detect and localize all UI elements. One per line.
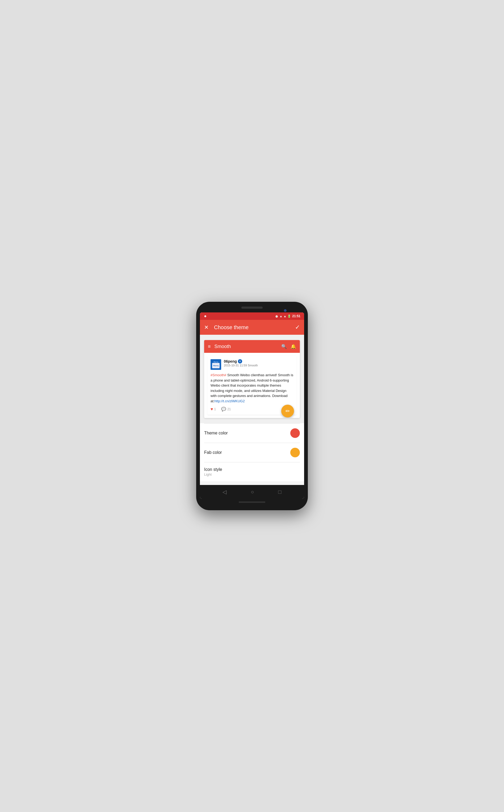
phone-speaker bbox=[241, 307, 263, 309]
bottom-nav: ◁ ○ □ bbox=[200, 485, 304, 499]
likes-action[interactable]: 1 bbox=[211, 407, 216, 412]
verified-badge: V bbox=[238, 359, 242, 363]
post-header: 06peng 06peng 06peng V 2015-10- bbox=[211, 359, 293, 370]
preview-menu-icon: ≡ bbox=[208, 344, 211, 349]
battery-icon: 🔋 bbox=[287, 315, 291, 318]
theme-color-item[interactable]: Theme color bbox=[200, 424, 304, 443]
preview-action-icons: 🔍 🔔 bbox=[281, 344, 296, 349]
preview-search-icon: 🔍 bbox=[281, 344, 287, 349]
preview-card: ≡ Smooth 🔍 🔔 06peng 06pe bbox=[204, 340, 300, 418]
comment-icon: 💬 bbox=[221, 407, 226, 412]
preview-app-bar: ≡ Smooth 🔍 🔔 bbox=[204, 340, 300, 353]
phone-frame: ☻ ⏰ ▲ ▲ 🔋 21:51 Choose theme ≡ Smooth bbox=[196, 302, 308, 510]
comments-count: 21 bbox=[227, 407, 231, 411]
alarm-icon: ⏰ bbox=[275, 315, 279, 318]
post-username: 06peng bbox=[224, 359, 237, 363]
icon-style-sublabel: Light bbox=[204, 472, 300, 476]
status-bar: ☻ ⏰ ▲ ▲ 🔋 21:51 bbox=[200, 312, 304, 320]
android-icon: ☻ bbox=[204, 314, 207, 318]
close-button[interactable] bbox=[204, 324, 209, 331]
settings-list: Theme color Fab color Icon style Light bbox=[200, 423, 304, 481]
confirm-button[interactable] bbox=[295, 324, 300, 331]
avatar: 06peng 06peng bbox=[211, 359, 221, 370]
preview-notification-icon: 🔔 bbox=[291, 344, 296, 349]
comments-action[interactable]: 💬 21 bbox=[221, 407, 231, 412]
home-button[interactable]: ○ bbox=[251, 489, 254, 495]
post-hashtag: #Smooth# bbox=[211, 373, 226, 377]
recents-button[interactable]: □ bbox=[278, 489, 281, 495]
post-username-row: 06peng V bbox=[224, 359, 293, 363]
post-body: Smooth Weibo clienthas arrived! Smooth i… bbox=[211, 373, 293, 403]
fab-color-circle bbox=[290, 448, 300, 457]
post-text: #Smooth# Smooth Weibo clienthas arrived!… bbox=[211, 372, 293, 404]
theme-color-circle bbox=[290, 428, 300, 438]
post-card: 06peng 06peng 06peng V 2015-10- bbox=[207, 356, 297, 415]
fab-edit-icon: ✏ bbox=[285, 408, 290, 414]
status-time: 21:51 bbox=[292, 314, 300, 318]
bottom-grip bbox=[239, 501, 265, 503]
likes-count: 1 bbox=[214, 407, 216, 411]
heart-icon bbox=[211, 407, 213, 412]
wifi-icon: ▲ bbox=[280, 315, 283, 318]
post-link[interactable]: http://t.cn/zlWKUG2 bbox=[214, 399, 245, 403]
fab-button[interactable]: ✏ bbox=[281, 405, 294, 417]
avatar-inner: 06peng 06peng bbox=[211, 359, 221, 370]
post-user-info: 06peng V 2015-10-31 11:59 Smooth bbox=[224, 359, 293, 367]
app-bar-title: Choose theme bbox=[214, 324, 295, 330]
fab-color-item[interactable]: Fab color bbox=[200, 443, 304, 462]
app-bar: Choose theme bbox=[200, 320, 304, 335]
status-right: ⏰ ▲ ▲ 🔋 21:51 bbox=[275, 314, 300, 318]
phone-screen: ☻ ⏰ ▲ ▲ 🔋 21:51 Choose theme ≡ Smooth bbox=[200, 312, 304, 499]
post-meta: 2015-10-31 11:59 Smooth bbox=[224, 364, 293, 367]
status-left: ☻ bbox=[204, 314, 207, 318]
fab-color-label: Fab color bbox=[204, 450, 290, 455]
signal-icon: ▲ bbox=[283, 315, 286, 318]
phone-camera bbox=[284, 309, 287, 312]
icon-style-label: Icon style bbox=[204, 467, 300, 472]
icon-style-text: Icon style Light bbox=[204, 467, 300, 476]
icon-style-item[interactable]: Icon style Light bbox=[200, 462, 304, 481]
preview-area: ≡ Smooth 🔍 🔔 06peng 06pe bbox=[200, 335, 304, 423]
back-button[interactable]: ◁ bbox=[222, 489, 226, 495]
theme-color-text: Theme color bbox=[204, 431, 290, 436]
preview-app-title: Smooth bbox=[215, 344, 281, 349]
theme-color-label: Theme color bbox=[204, 431, 290, 436]
fab-color-text: Fab color bbox=[204, 450, 290, 455]
